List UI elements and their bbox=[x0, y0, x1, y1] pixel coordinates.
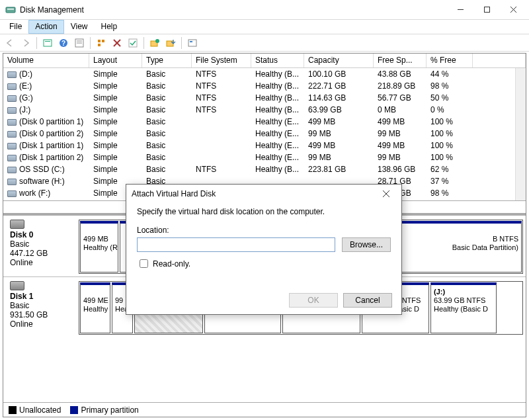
volume-row[interactable]: (E:)SimpleBasicNTFSHealthy (B...222.71 G… bbox=[3, 80, 526, 92]
col-capacity[interactable]: Capacity bbox=[304, 54, 374, 67]
forward-button[interactable] bbox=[19, 36, 33, 50]
new-partition-button[interactable] bbox=[147, 36, 162, 50]
legend-unallocated: Unallocated bbox=[9, 405, 61, 415]
window-title: Disk Management bbox=[20, 5, 447, 15]
cancel-button[interactable]: Cancel bbox=[343, 293, 392, 308]
col-status[interactable]: Status bbox=[251, 54, 304, 67]
attach-vhd-button[interactable] bbox=[163, 36, 178, 50]
svg-rect-0 bbox=[6, 7, 15, 13]
toolbar-separator bbox=[143, 37, 144, 49]
partition[interactable]: (J:)63.99 GB NTFSHealthy (Basic D bbox=[430, 282, 497, 333]
toolbar: ? bbox=[0, 34, 529, 52]
disk-info[interactable]: Disk 1Basic931.50 GBOnline bbox=[6, 281, 79, 335]
toolbar-separator bbox=[90, 37, 91, 49]
volume-row[interactable]: (G:)SimpleBasicNTFSHealthy (B...114.63 G… bbox=[3, 92, 526, 104]
ok-button[interactable]: OK bbox=[289, 293, 338, 308]
dialog-body: Specify the virtual hard disk location o… bbox=[126, 203, 401, 286]
col-filesystem[interactable]: File System bbox=[192, 54, 251, 67]
volume-list-header: Volume Layout Type File System Status Ca… bbox=[3, 54, 526, 68]
toolbar-separator bbox=[181, 37, 182, 49]
properties-button[interactable] bbox=[72, 36, 87, 50]
legend-primary: Primary partition bbox=[70, 405, 138, 415]
menubar: File Action View Help bbox=[0, 20, 529, 34]
svg-rect-6 bbox=[44, 40, 52, 46]
toolbar-separator bbox=[36, 37, 37, 49]
disk-icon bbox=[10, 220, 24, 229]
readonly-label: Read-only. bbox=[153, 259, 190, 269]
menu-action[interactable]: Action bbox=[28, 20, 63, 34]
maximize-button[interactable] bbox=[473, 1, 500, 19]
view-button[interactable] bbox=[94, 36, 108, 50]
close-button[interactable] bbox=[500, 1, 526, 19]
dialog-titlebar: Attach Virtual Hard Disk bbox=[126, 185, 401, 203]
menu-file[interactable]: File bbox=[3, 20, 28, 34]
svg-rect-3 bbox=[484, 7, 489, 13]
help-button[interactable]: ? bbox=[56, 36, 71, 50]
svg-rect-22 bbox=[188, 40, 196, 46]
partition[interactable]: 499 MEHealthy bbox=[80, 282, 110, 333]
volume-row[interactable]: (Disk 0 partition 2)SimpleBasicHealthy (… bbox=[3, 128, 526, 140]
titlebar: Disk Management bbox=[0, 0, 529, 20]
volume-row[interactable]: (Disk 1 partition 1)SimpleBasicHealthy (… bbox=[3, 140, 526, 151]
svg-rect-18 bbox=[129, 39, 137, 47]
volume-row[interactable]: (Disk 1 partition 2)SimpleBasicHealthy (… bbox=[3, 151, 526, 163]
dialog-message: Specify the virtual hard disk location o… bbox=[137, 207, 391, 216]
volume-row[interactable]: (D:)SimpleBasicNTFSHealthy (B...100.10 G… bbox=[3, 68, 526, 80]
location-label: Location: bbox=[137, 226, 391, 235]
back-button[interactable] bbox=[3, 36, 17, 50]
col-volume[interactable]: Volume bbox=[3, 54, 89, 67]
svg-rect-1 bbox=[7, 9, 14, 10]
col-free[interactable]: Free Sp... bbox=[374, 54, 427, 67]
readonly-checkbox-row[interactable]: Read-only. bbox=[137, 257, 391, 270]
partition[interactable]: 499 MBHealthy (R bbox=[80, 221, 118, 273]
svg-rect-7 bbox=[45, 41, 50, 42]
location-input[interactable] bbox=[137, 237, 335, 252]
dialog-close-button[interactable] bbox=[376, 186, 396, 202]
svg-rect-23 bbox=[190, 41, 192, 42]
app-icon bbox=[5, 5, 16, 15]
menu-help[interactable]: Help bbox=[95, 20, 124, 34]
browse-button[interactable]: Browse... bbox=[342, 237, 391, 252]
minimize-button[interactable] bbox=[447, 1, 473, 19]
scrollbar[interactable] bbox=[515, 68, 526, 200]
svg-rect-13 bbox=[98, 40, 101, 42]
volume-row[interactable]: (J:)SimpleBasicNTFSHealthy (B...63.99 GB… bbox=[3, 104, 526, 116]
volume-row[interactable]: (Disk 0 partition 1)SimpleBasicHealthy (… bbox=[3, 116, 526, 128]
legend: Unallocated Primary partition bbox=[3, 402, 526, 417]
dialog-footer: OK Cancel bbox=[126, 286, 401, 314]
dialog-title: Attach Virtual Hard Disk bbox=[132, 189, 376, 198]
col-layout[interactable]: Layout bbox=[89, 54, 142, 67]
volume-list[interactable]: (D:)SimpleBasicNTFSHealthy (B...100.10 G… bbox=[3, 68, 526, 200]
col-type[interactable]: Type bbox=[142, 54, 192, 67]
disk-info[interactable]: Disk 0Basic447.12 GBOnline bbox=[6, 220, 79, 274]
refresh-button[interactable] bbox=[40, 36, 55, 50]
volume-row[interactable]: OS SSD (C:)SimpleBasicNTFSHealthy (B...2… bbox=[3, 163, 526, 175]
disk-icon bbox=[10, 281, 24, 290]
delete-button[interactable] bbox=[110, 36, 124, 50]
attach-vhd-dialog: Attach Virtual Hard Disk Specify the vir… bbox=[126, 184, 402, 315]
check-button[interactable] bbox=[126, 36, 140, 50]
col-pct-free[interactable]: % Free bbox=[427, 54, 473, 67]
col-padding bbox=[473, 54, 526, 67]
svg-rect-14 bbox=[102, 40, 104, 42]
svg-rect-21 bbox=[167, 41, 173, 46]
svg-text:?: ? bbox=[61, 40, 65, 47]
svg-point-20 bbox=[155, 39, 159, 43]
menu-view[interactable]: View bbox=[64, 20, 95, 34]
readonly-checkbox[interactable] bbox=[140, 259, 148, 268]
svg-rect-15 bbox=[98, 44, 101, 46]
settings-button[interactable] bbox=[185, 36, 200, 50]
